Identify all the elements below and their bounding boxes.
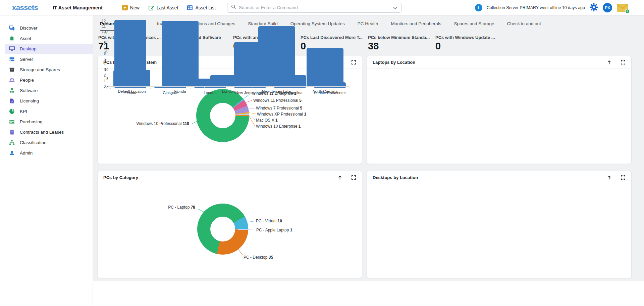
discover-icon	[9, 25, 15, 31]
sidebar-item-label: Contracts and Leases	[20, 130, 64, 135]
search-input[interactable]	[239, 5, 390, 10]
sidebar-item-label: Discover	[20, 26, 38, 31]
sidebar-item-label: Asset	[20, 36, 31, 41]
admin-icon	[9, 150, 15, 156]
plus-icon: +	[122, 5, 128, 10]
sidebar-item-storage-and-spares[interactable]: Storage and Spares	[0, 64, 93, 75]
top-header: xassets IT Asset Management + New Last A…	[0, 0, 644, 15]
sidebar-item-label: Desktop	[20, 46, 37, 51]
sidebar-item-server[interactable]: Server	[0, 54, 93, 64]
page-title: IT Asset Management	[53, 5, 103, 10]
sidebar-item-label: Admin	[20, 150, 33, 156]
last-asset-button-label: Last Asset	[157, 5, 178, 10]
asset-icon	[9, 36, 15, 42]
sidebar-item-classification[interactable]: Classification	[0, 137, 93, 148]
sidebar: DiscoverAssetDesktopServerStorage and Sp…	[0, 15, 93, 306]
sidebar-item-kpi[interactable]: KPI	[0, 106, 93, 117]
classification-icon	[9, 140, 15, 146]
software-icon	[9, 88, 15, 94]
notification-text: Collection Server PRIMARY went offline 1…	[487, 5, 585, 10]
app-logo[interactable]: xassets	[12, 3, 38, 12]
sidebar-item-label: People	[20, 78, 34, 83]
new-button[interactable]: + New	[122, 5, 140, 10]
storage-icon	[9, 67, 15, 73]
people-icon	[9, 77, 15, 83]
gear-icon[interactable]	[589, 3, 598, 13]
mail-icon[interactable]: 4	[616, 3, 629, 12]
sidebar-item-label: Classification	[20, 140, 47, 145]
kpi-icon	[9, 108, 15, 115]
panel-desktops-by-location: Desktops by Location 0123456789101112Def…	[367, 171, 632, 278]
asset-list-button[interactable]: Asset List	[187, 5, 216, 11]
sidebar-item-purchasing[interactable]: Purchasing	[0, 117, 93, 127]
licensing-icon	[9, 98, 15, 104]
server-icon	[9, 56, 15, 62]
contracts-icon	[9, 129, 15, 135]
sidebar-item-licensing[interactable]: Licensing	[0, 96, 93, 106]
main-content: Personal ComputersInventoryAdditions and…	[93, 15, 644, 306]
sidebar-item-desktop[interactable]: Desktop	[5, 44, 93, 54]
sidebar-item-label: Software	[20, 88, 38, 93]
sidebar-item-label: Purchasing	[20, 119, 43, 124]
sidebar-item-label: Server	[20, 57, 33, 62]
sidebar-item-admin[interactable]: Admin	[0, 148, 93, 158]
header-right-cluster: i Collection Server PRIMARY went offline…	[475, 0, 629, 15]
mail-badge: 4	[625, 9, 630, 14]
sidebar-item-people[interactable]: People	[0, 75, 93, 85]
sidebar-item-asset[interactable]: Asset	[0, 33, 93, 44]
sidebar-item-discover[interactable]: Discover	[0, 23, 93, 33]
info-icon[interactable]: i	[475, 4, 482, 11]
grid-table-icon	[187, 5, 193, 11]
purchasing-icon	[9, 119, 15, 125]
asset-list-button-label: Asset List	[195, 5, 216, 10]
sidebar-item-label: KPI	[20, 109, 27, 114]
chevron-down-icon[interactable]	[393, 5, 397, 11]
search-icon	[231, 4, 236, 11]
sidebar-item-label: Storage and Spares	[20, 67, 60, 72]
new-button-label: New	[130, 5, 140, 10]
avatar[interactable]: PX	[603, 3, 612, 12]
edit-pencil-icon	[148, 5, 154, 11]
dashboard-grid: PCs by Operating System	[93, 52, 644, 278]
search-box[interactable]	[227, 3, 401, 13]
last-asset-button[interactable]: Last Asset	[148, 5, 178, 11]
sidebar-item-contracts-and-leases[interactable]: Contracts and Leases	[0, 127, 93, 137]
bar-chart-desktops-by-location: 0123456789101112Default LocationFloridaL…	[367, 171, 632, 278]
sidebar-item-label: Licensing	[20, 98, 39, 103]
desktop-icon	[9, 46, 15, 52]
sidebar-item-software[interactable]: Software	[0, 85, 93, 96]
sidebar-nav: DiscoverAssetDesktopServerStorage and Sp…	[0, 23, 93, 158]
